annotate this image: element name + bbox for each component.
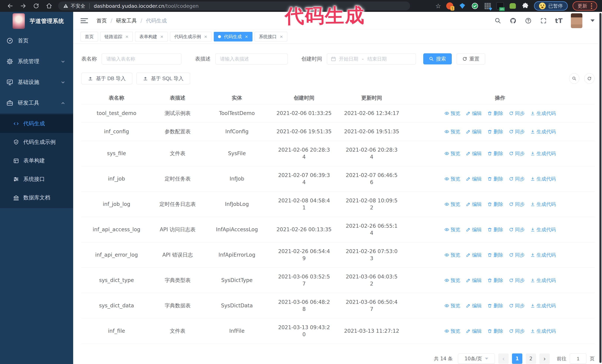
generate-code-link[interactable]: 生成代码 [530,277,556,284]
date-range-picker[interactable]: 开始日期 - 结束日期 [327,53,416,64]
sync-link[interactable]: 同步 [509,302,525,309]
preview-link[interactable]: 预览 [444,302,460,309]
preview-link[interactable]: 预览 [444,201,460,208]
sidebar-item-home[interactable]: 首页 [0,30,73,51]
profile-paused-chip[interactable]: 已暂停 [534,1,568,10]
sidebar-item-system[interactable]: 系统管理 [0,51,73,72]
sync-link[interactable]: 同步 [509,277,525,284]
prev-page-button[interactable]: ‹ [498,354,509,364]
sidebar-item-system-api[interactable]: 系统接口 [0,170,73,188]
generate-code-link[interactable]: 生成代码 [530,201,556,208]
back-icon[interactable] [4,1,17,11]
edit-link[interactable]: 编辑 [466,175,482,182]
generate-code-link[interactable]: 生成代码 [530,226,556,233]
delete-link[interactable]: 删除 [487,302,503,309]
edit-link[interactable]: 编辑 [466,328,482,334]
close-icon[interactable]: × [160,34,163,39]
close-icon[interactable]: × [204,34,207,39]
logo-row[interactable]: 芋道管理系统 [0,12,73,30]
preview-link[interactable]: 预览 [444,128,460,135]
edit-link[interactable]: 编辑 [466,277,482,284]
extension-green-check-icon[interactable] [471,2,479,10]
reload-icon[interactable] [30,1,43,11]
import-sql-button[interactable]: 基于 SQL 导入 [136,73,190,84]
generate-code-link[interactable]: 生成代码 [530,302,556,309]
sidebar-item-devtools[interactable]: 研发工具 [0,93,73,113]
browser-menu-dots-icon[interactable] [591,3,592,9]
close-icon[interactable]: × [245,34,248,39]
delete-link[interactable]: 删除 [487,201,503,208]
home-icon[interactable] [43,1,55,11]
preview-link[interactable]: 预览 [444,110,460,117]
table-desc-input[interactable] [215,53,288,64]
extension-robot-icon[interactable] [509,2,516,10]
delete-link[interactable]: 删除 [487,175,503,182]
extension-on-icon[interactable]: on [496,2,504,10]
sync-link[interactable]: 同步 [509,226,525,233]
sync-link[interactable]: 同步 [509,175,525,182]
sidebar-item-codegen[interactable]: 代码生成 [0,114,73,133]
extension-grid-icon[interactable] [484,2,491,10]
page-button-1[interactable]: 1 [512,354,522,364]
bookmark-star-icon[interactable]: ☆ [435,3,441,9]
scrollbar-thumb[interactable] [599,13,602,363]
help-icon[interactable] [525,17,532,24]
font-size-icon[interactable]: tT [555,17,563,24]
security-label[interactable]: 不安全 [71,3,85,9]
delete-link[interactable]: 删除 [487,277,503,284]
delete-link[interactable]: 删除 [487,328,503,334]
extensions-puzzle-icon[interactable] [521,2,529,10]
sync-link[interactable]: 同步 [509,328,525,334]
breadcrumb-devtools[interactable]: 研发工具 [116,17,137,24]
edit-link[interactable]: 编辑 [466,302,482,309]
search-icon[interactable] [494,17,501,24]
tab-home[interactable]: 首页 [81,32,98,42]
extension-orange-icon[interactable]: 1 [446,2,454,10]
tab-codegen[interactable]: 代码生成× [214,32,252,42]
extension-gem-icon[interactable] [458,2,466,10]
refresh-circle-button[interactable] [584,73,595,84]
preview-link[interactable]: 预览 [444,251,460,259]
preview-link[interactable]: 预览 [444,150,460,157]
tab-form-builder[interactable]: 表单构建× [135,32,168,42]
delete-link[interactable]: 删除 [487,110,503,117]
url-host[interactable]: dashboard.yudao.iocoder.cn [94,3,164,9]
scrollbar[interactable] [599,12,602,364]
sync-link[interactable]: 同步 [509,128,525,135]
next-page-button[interactable]: › [539,354,550,364]
sidebar-item-form-builder[interactable]: 表单构建 [0,151,73,170]
chevron-down-icon[interactable] [591,20,595,22]
sync-link[interactable]: 同步 [509,251,525,259]
forward-icon[interactable] [17,1,30,11]
url-path[interactable]: /tool/codegen [164,3,199,9]
generate-code-link[interactable]: 生成代码 [530,128,556,135]
delete-link[interactable]: 删除 [487,226,503,233]
close-icon[interactable]: × [125,34,129,39]
generate-code-link[interactable]: 生成代码 [530,328,556,334]
edit-link[interactable]: 编辑 [466,128,482,135]
search-circle-button[interactable] [569,73,580,84]
edit-link[interactable]: 编辑 [466,226,482,233]
sidebar-item-codegen-demo[interactable]: 代码生成示例 [0,133,73,151]
delete-link[interactable]: 删除 [487,128,503,135]
generate-code-link[interactable]: 生成代码 [530,110,556,117]
page-button-2[interactable]: 2 [526,354,536,364]
edit-link[interactable]: 编辑 [466,251,482,259]
generate-code-link[interactable]: 生成代码 [530,251,556,259]
sync-link[interactable]: 同步 [509,110,525,117]
tab-codegen-demo[interactable]: 代码生成示例× [170,32,212,42]
preview-link[interactable]: 预览 [444,226,460,233]
github-icon[interactable] [510,17,516,24]
sidebar-item-db-doc[interactable]: 数据库文档 [0,188,73,207]
avatar[interactable] [571,13,582,28]
browser-update-chip[interactable]: 更新 [572,1,597,10]
delete-link[interactable]: 删除 [487,251,503,259]
table-name-input[interactable] [102,53,181,64]
sidebar-item-infra[interactable]: 基础设施 [0,72,73,93]
edit-link[interactable]: 编辑 [466,110,482,117]
sync-link[interactable]: 同步 [509,150,525,157]
reset-button[interactable]: 重置 [457,53,485,64]
page-size-select[interactable]: 10条/页 [458,354,495,364]
search-button[interactable]: 搜索 [423,53,452,64]
sync-link[interactable]: 同步 [509,201,525,208]
